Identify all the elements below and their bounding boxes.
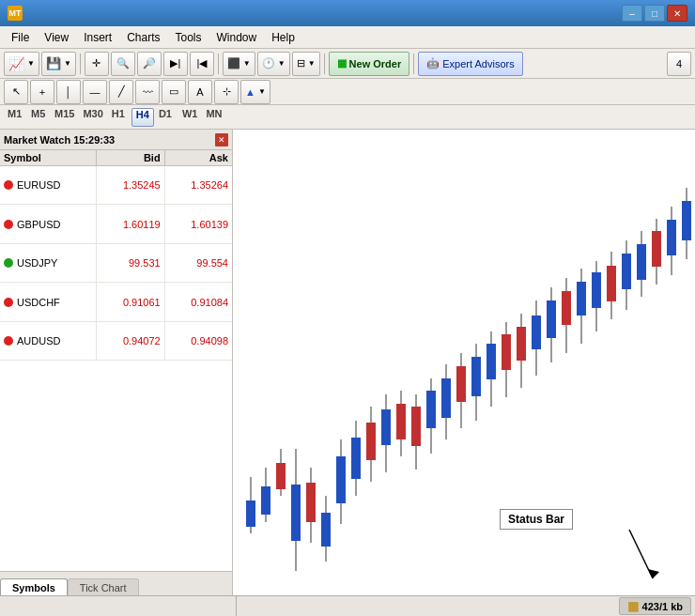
template-button[interactable]: ⊟ ▼ bbox=[292, 52, 320, 76]
svg-rect-2 bbox=[246, 500, 255, 527]
close-button[interactable]: ✕ bbox=[667, 5, 687, 22]
tf-h1[interactable]: H1 bbox=[108, 108, 131, 127]
table-row[interactable]: EURUSD 1.35245 1.35264 bbox=[0, 166, 232, 205]
svg-rect-0 bbox=[234, 130, 694, 595]
bid-value: 1.35245 bbox=[97, 166, 165, 205]
separator3 bbox=[324, 54, 325, 74]
main-content: Market Watch 15:29:33 ✕ Symbol Bid Ask E… bbox=[0, 130, 695, 595]
app-icon: MT bbox=[8, 6, 23, 21]
tf-m30[interactable]: M30 bbox=[79, 108, 106, 127]
menu-view[interactable]: View bbox=[37, 29, 76, 46]
scroll-right-icon: ▶| bbox=[170, 57, 180, 69]
scroll-left-button[interactable]: |◀ bbox=[190, 52, 214, 76]
market-watch-title: Market Watch 15:29:33 bbox=[4, 134, 115, 146]
svg-rect-10 bbox=[306, 483, 316, 522]
table-row[interactable]: USDCHF 0.91061 0.91084 bbox=[0, 283, 232, 321]
tf-w1[interactable]: W1 bbox=[178, 108, 202, 127]
chart-area[interactable]: Status Bar bbox=[233, 130, 695, 595]
tf-d1[interactable]: D1 bbox=[155, 108, 178, 127]
svg-rect-14 bbox=[336, 456, 346, 503]
menu-charts[interactable]: Charts bbox=[119, 29, 167, 46]
tf-m5[interactable]: M5 bbox=[27, 108, 50, 127]
new-order-icon: ▦ bbox=[337, 57, 347, 69]
symbol-icon-eurusd bbox=[4, 180, 13, 190]
new-order-button[interactable]: ▦ New Order bbox=[329, 52, 410, 76]
ask-value: 99.554 bbox=[164, 243, 232, 282]
tf-m15[interactable]: M15 bbox=[51, 108, 78, 127]
svg-rect-40 bbox=[532, 316, 541, 349]
scroll-left-icon: |◀ bbox=[196, 57, 207, 69]
tf-m1[interactable]: M1 bbox=[4, 108, 26, 127]
menu-file[interactable]: File bbox=[4, 29, 37, 46]
vertical-line-button[interactable]: │ bbox=[56, 80, 81, 104]
menu-bar: File View Insert Charts Tools Window Hel… bbox=[0, 26, 695, 49]
symbol-icon-usdchf bbox=[4, 298, 13, 307]
horizontal-line-icon: — bbox=[90, 86, 100, 98]
minimize-button[interactable]: – bbox=[622, 5, 642, 22]
trend-line-button[interactable]: ╱ bbox=[109, 80, 133, 104]
buy-button[interactable]: ▲ ▼ bbox=[240, 80, 270, 104]
symbol-icon-audusd bbox=[4, 336, 13, 346]
menu-help[interactable]: Help bbox=[264, 29, 302, 46]
col-symbol: Symbol bbox=[0, 150, 97, 166]
bid-value: 0.91061 bbox=[97, 283, 165, 321]
maximize-button[interactable]: □ bbox=[644, 5, 665, 22]
help-button[interactable]: 4 bbox=[667, 52, 691, 76]
tf-mn[interactable]: MN bbox=[202, 108, 225, 127]
zoom-out-icon: 🔎 bbox=[143, 57, 156, 69]
svg-rect-56 bbox=[652, 231, 661, 267]
fibonacci-icon: ⊹ bbox=[223, 85, 231, 98]
symbol-cell: USDJPY bbox=[0, 243, 97, 282]
fibonacci-button[interactable]: ⊹ bbox=[214, 80, 239, 104]
table-row[interactable]: USDJPY 99.531 99.554 bbox=[0, 243, 232, 282]
svg-rect-38 bbox=[517, 327, 526, 361]
save-button[interactable]: 💾 ▼ bbox=[41, 52, 76, 76]
tab-tick-chart[interactable]: Tick Chart bbox=[68, 578, 139, 595]
buy-icon: ▲ bbox=[245, 86, 255, 98]
arrow-tool-button[interactable]: ↖ bbox=[4, 80, 28, 104]
clock-button[interactable]: 🕐 ▼ bbox=[257, 52, 290, 76]
bid-value: 0.94072 bbox=[97, 321, 165, 361]
vertical-line-icon: │ bbox=[66, 86, 72, 98]
menu-window[interactable]: Window bbox=[209, 29, 265, 46]
waves-button[interactable]: 〰 bbox=[135, 80, 160, 104]
zoom-in-icon: 🔍 bbox=[116, 57, 130, 69]
ask-value: 0.91084 bbox=[164, 283, 232, 321]
horizontal-line-button[interactable]: — bbox=[83, 80, 107, 104]
zoom-in-button[interactable]: 🔍 bbox=[111, 52, 135, 76]
periods-button[interactable]: ⬛ ▼ bbox=[223, 52, 255, 76]
svg-rect-42 bbox=[547, 300, 556, 338]
rectangle-button[interactable]: ▭ bbox=[162, 80, 186, 104]
symbol-cell: AUDUSD bbox=[0, 321, 97, 361]
svg-rect-4 bbox=[261, 486, 270, 515]
symbol-cell: GBPUSD bbox=[0, 205, 97, 243]
svg-rect-28 bbox=[441, 378, 451, 418]
title-bar-left: MT bbox=[8, 6, 28, 21]
zoom-out-button[interactable]: 🔎 bbox=[137, 52, 162, 76]
menu-insert[interactable]: Insert bbox=[76, 29, 119, 46]
scroll-right-button[interactable]: ▶| bbox=[163, 52, 188, 76]
market-watch-close[interactable]: ✕ bbox=[215, 133, 228, 146]
new-chart-button[interactable]: 📈 ▼ bbox=[4, 52, 39, 76]
bid-value: 1.60119 bbox=[97, 205, 165, 243]
text-button[interactable]: A bbox=[188, 80, 212, 104]
symbol-icon-usdjpy bbox=[4, 258, 13, 268]
market-watch-table: Symbol Bid Ask EURUSD 1.35245 1.35264 bbox=[0, 150, 232, 361]
cross-tool-icon: + bbox=[39, 86, 45, 98]
svg-rect-8 bbox=[291, 485, 301, 541]
ask-value: 1.35264 bbox=[164, 166, 232, 205]
candlestick-chart bbox=[233, 130, 695, 595]
svg-rect-48 bbox=[592, 272, 601, 308]
text-icon: A bbox=[196, 86, 203, 98]
clock-icon: 🕐 bbox=[262, 57, 275, 69]
toolbar1: 📈 ▼ 💾 ▼ ✛ 🔍 🔎 ▶| |◀ ⬛ ▼ 🕐 ▼ ⊟ ▼ ▦ New Or… bbox=[0, 49, 695, 79]
tf-h4[interactable]: H4 bbox=[131, 108, 154, 127]
table-row[interactable]: GBPUSD 1.60119 1.60139 bbox=[0, 205, 232, 243]
cross-tool-button[interactable]: + bbox=[30, 80, 54, 104]
tab-symbols[interactable]: Symbols bbox=[0, 578, 68, 595]
market-watch-tabs: Symbols Tick Chart bbox=[0, 571, 232, 595]
expert-advisors-button[interactable]: 🤖 Expert Advisors bbox=[418, 52, 522, 76]
table-row[interactable]: AUDUSD 0.94072 0.94098 bbox=[0, 321, 232, 361]
menu-tools[interactable]: Tools bbox=[168, 29, 209, 46]
crosshair-button[interactable]: ✛ bbox=[85, 52, 109, 76]
